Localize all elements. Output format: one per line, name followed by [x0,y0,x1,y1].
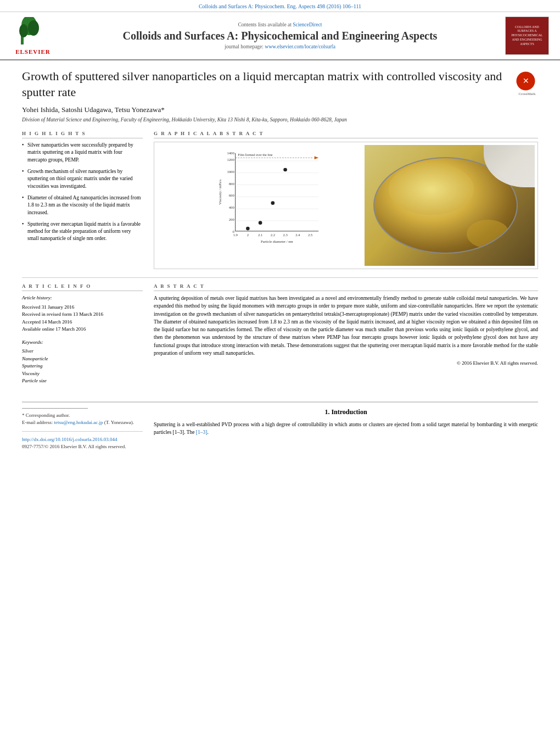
svg-text:2.3: 2.3 [283,233,288,237]
separator [22,431,143,432]
svg-text:1400: 1400 [227,151,234,155]
footnote-area: * Corresponding author. E-mail address: … [22,408,143,451]
doi-link[interactable]: http://dx.doi.org/10.1016/j.colsurfa.201… [22,436,143,444]
article-info-content: Article history: Received 31 January 201… [22,294,143,385]
svg-text:2.2: 2.2 [271,233,275,237]
svg-text:✕: ✕ [523,76,529,85]
history-subsection: Article history: Received 31 January 201… [22,294,143,333]
svg-text:Particle diameter / nm: Particle diameter / nm [261,239,294,243]
highlight-item: Growth mechanism of silver nanoparticles… [22,168,143,190]
corresponding-author: * Corresponding author. [22,412,143,420]
journal-name: Colloids and Surfaces A: Physicochemical… [55,29,505,42]
footnote-divider [22,408,88,409]
received-date: Received 31 January 2016 [22,304,143,311]
accepted-date: Accepted 14 March 2016 [22,319,143,326]
svg-text:Film formed over the line: Film formed over the line [238,154,272,157]
article-info-column: A R T I C L E I N F O Article history: R… [22,283,143,390]
homepage-url[interactable]: www.elsevier.com/locate/colsurfa [265,44,335,49]
email-line: E-mail address: tetsu@eng.hokudai.ac.jp … [22,419,143,427]
keywords-subsection: Keywords: Silver Nanoparticle Sputtering… [22,339,143,385]
graphical-abstract-box: 0 200 400 600 800 1000 1200 1400 [154,142,538,269]
history-label: Article history: [22,294,143,302]
svg-text:1200: 1200 [227,158,234,161]
affiliation: Division of Material Science and Enginee… [22,117,538,122]
crossmark-badge: ✕ CrossMark [516,71,538,96]
journal-title-area: Contents lists available at ScienceDirec… [55,22,505,49]
intro-text-column: 1. Introduction Sputtering is a well-est… [154,408,538,451]
keyword-viscosity: Viscosity [22,370,143,378]
svg-text:600: 600 [229,194,235,198]
intro-paragraph: Sputtering is a well-established PVD pro… [154,421,538,437]
email-address[interactable]: tetsu@eng.hokudai.ac.jp [54,420,103,425]
rights-text: 0927-7757/© 2016 Elsevier B.V. All right… [22,443,143,451]
intro-footnotes: * Corresponding author. E-mail address: … [22,408,143,451]
svg-text:1.9: 1.9 [233,233,238,237]
svg-text:2.5: 2.5 [308,233,313,237]
keyword-nanoparticle: Nanoparticle [22,355,143,363]
article-title: Growth of sputtered silver nanoparticles… [22,69,511,100]
svg-text:2.1: 2.1 [258,233,262,237]
svg-text:400: 400 [229,205,235,209]
intro-heading: 1. Introduction [154,408,538,416]
chart-svg: 0 200 400 600 800 1000 1200 1400 [179,150,359,249]
graph-and-photo: 0 200 400 600 800 1000 1200 1400 [157,145,535,266]
received-revised-date: Received in revised form 13 March 2016 [22,311,143,319]
keywords-list: Silver Nanoparticle Sputtering Viscosity… [22,348,143,385]
keyword-particle-size: Particle size [22,377,143,385]
svg-marker-32 [315,157,319,160]
email-label: E-mail address: [22,420,53,425]
graphical-abstract-label: G R A P H I C A L A B S T R A C T [154,131,538,138]
abstract-text: A sputtering deposition of metals over l… [154,294,538,367]
journal-citation: Colloids and Surfaces A: Physicochem. En… [0,0,560,12]
svg-text:Viscosity / mPa·s: Viscosity / mPa·s [218,180,222,205]
email-person: (T. Yonezawa). [104,420,134,425]
abstract-section: A B S T R A C T A sputtering deposition … [154,283,538,390]
elsevier-tree-icon [18,17,48,47]
highlights-column: H I G H L I G H T S Silver nanoparticles… [22,131,143,269]
svg-point-35 [259,221,262,225]
highlight-item: Sputtering over mercaptan liquid matrix … [22,221,143,243]
scatter-chart: 0 200 400 600 800 1000 1200 1400 [157,145,365,266]
info-abstract-section: A R T I C L E I N F O Article history: R… [22,277,538,390]
article-title-section: Growth of sputtered silver nanoparticles… [22,69,538,100]
svg-point-34 [246,227,250,231]
keywords-label: Keywords: [22,339,143,347]
graphical-abstract-column: G R A P H I C A L A B S T R A C T 0 200 [154,131,538,269]
available-online-date: Available online 17 March 2016 [22,326,143,333]
journal-cover-image: COLLOIDS ANDSURFACES APHYSICOCHEMICALAND… [505,16,549,55]
elsevier-brand: ELSEVIER [15,48,51,55]
highlight-item: Diameter of obtained Ag nanoparticles in… [22,194,143,216]
introduction-section: * Corresponding author. E-mail address: … [22,401,538,451]
highlight-item: Silver nanoparticles were successfully p… [22,142,143,164]
highlights-list: Silver nanoparticles were successfully p… [22,142,143,243]
authors: Yohei Ishida, Satoshi Udagawa, Tetsu Yon… [22,105,538,114]
contents-available-line: Contents lists available at ScienceDirec… [55,22,505,27]
svg-text:2: 2 [247,233,249,237]
main-content: Growth of sputtered silver nanoparticles… [0,60,560,456]
journal-header: ELSEVIER Contents lists available at Sci… [0,12,560,60]
copyright: © 2016 Elsevier B.V. All rights reserved… [154,360,538,367]
journal-homepage: journal homepage: www.elsevier.com/locat… [55,44,505,49]
sample-photo [365,145,535,266]
svg-text:2.4: 2.4 [295,233,300,237]
svg-point-36 [271,202,275,205]
keyword-silver: Silver [22,348,143,355]
article-info-label: A R T I C L E I N F O [22,283,143,291]
keyword-sputtering: Sputtering [22,362,143,370]
intro-layout: * Corresponding author. E-mail address: … [22,408,538,451]
svg-point-3 [28,20,39,36]
highlights-label: H I G H L I G H T S [22,131,143,138]
svg-point-37 [283,168,287,172]
sciencedirect-link[interactable]: ScienceDirect [293,22,322,27]
reference-link[interactable]: [1–3] [196,429,208,435]
elsevier-logo: ELSEVIER [11,17,55,55]
svg-point-2 [19,24,28,37]
abstract-label: A B S T R A C T [154,283,538,291]
svg-text:1000: 1000 [227,170,234,174]
highlights-graphical-section: H I G H L I G H T S Silver nanoparticles… [22,131,538,269]
crossmark-icon: ✕ [516,71,535,91]
svg-text:200: 200 [229,217,235,221]
svg-text:800: 800 [229,182,235,186]
